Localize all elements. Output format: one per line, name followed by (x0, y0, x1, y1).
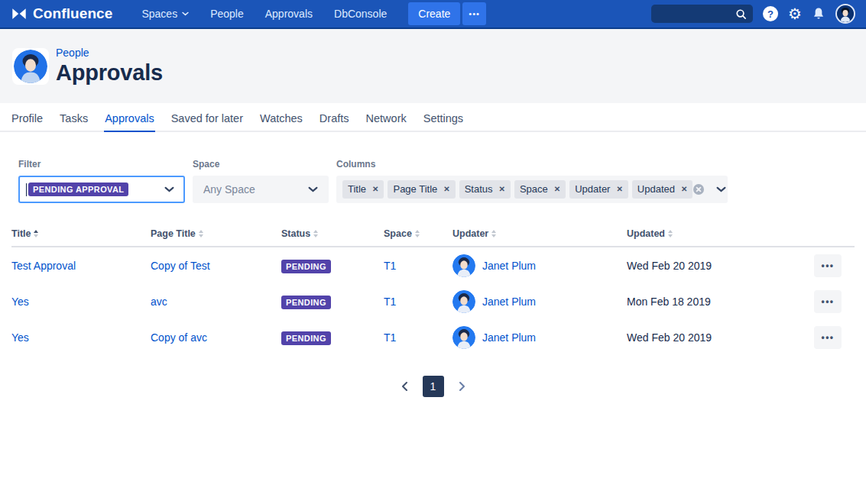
help-button[interactable]: ? (763, 6, 778, 21)
updated-date: Mon Feb 18 2019 (627, 296, 793, 308)
space-link[interactable]: T1 (384, 260, 396, 272)
columns-select-controls (692, 183, 726, 195)
column-tag[interactable]: Status ✕ (459, 180, 511, 199)
gear-icon: ⚙ (788, 6, 802, 21)
nav-more-button[interactable]: ••• (462, 2, 486, 25)
updater-link[interactable]: Janet Plum (482, 296, 536, 308)
updater-avatar-image (452, 290, 475, 313)
column-tag[interactable]: Title ✕ (342, 180, 384, 199)
columns-label: Columns (336, 159, 728, 170)
column-header[interactable]: Status (281, 228, 384, 239)
approval-title-link[interactable]: Test Approval (11, 260, 76, 272)
status-lozenge: PENDING (281, 260, 331, 273)
table-row: Yes Copy of avc PENDING T1 (11, 319, 855, 355)
filter-bar: Filter PENDING APPROVAL Space Any Space … (11, 159, 855, 203)
nav-menu-item[interactable]: DbConsole (323, 2, 397, 25)
pagination-prev-button[interactable] (397, 378, 414, 395)
page-title-link[interactable]: Copy of avc (151, 331, 207, 344)
remove-tag-icon[interactable]: ✕ (554, 186, 560, 193)
nav-menu: Spaces People Approvals DbConsole (131, 2, 397, 25)
row-actions-button[interactable]: ••• (814, 254, 842, 277)
filter-select[interactable]: PENDING APPROVAL (18, 176, 185, 203)
pagination-next-button[interactable] (453, 378, 470, 395)
sort-icon (415, 230, 420, 237)
page-title-link[interactable]: avc (151, 296, 167, 308)
bell-icon (812, 7, 825, 21)
updater-link[interactable]: Janet Plum (482, 260, 536, 272)
profile-tabs: Profile Tasks Approvals Saved for later … (0, 108, 866, 132)
sort-icon (491, 230, 496, 237)
columns-multiselect[interactable]: Title ✕ Page Title ✕ Status ✕ (336, 176, 728, 203)
chevron-down-icon[interactable] (716, 186, 726, 192)
space-label: Space (193, 159, 329, 170)
profile-tab[interactable]: Approvals (96, 108, 162, 131)
remove-tag-icon[interactable]: ✕ (681, 186, 687, 193)
settings-button[interactable]: ⚙ (788, 6, 802, 21)
profile-tab[interactable]: Network (358, 108, 415, 131)
main-content: Filter PENDING APPROVAL Space Any Space … (0, 159, 866, 397)
updated-date: Wed Feb 20 2019 (627, 260, 793, 272)
filter-group-filter: Filter PENDING APPROVAL (18, 159, 185, 203)
space-link[interactable]: T1 (384, 331, 396, 344)
header-text: People Approvals (56, 47, 163, 86)
column-tag[interactable]: Updater ✕ (569, 180, 628, 199)
notifications-button[interactable] (812, 7, 825, 21)
sort-icon (199, 230, 203, 237)
row-actions-button[interactable]: ••• (814, 290, 842, 313)
space-link[interactable]: T1 (384, 296, 396, 308)
updater-avatar[interactable] (452, 254, 475, 277)
column-header[interactable]: Updated (627, 228, 793, 239)
confluence-app: Confluence Spaces People Approvals (0, 0, 866, 397)
profile-tab[interactable]: Saved for later (163, 108, 251, 131)
profile-tab[interactable]: Watches (251, 108, 311, 131)
chevron-down-icon (308, 186, 318, 192)
confluence-home-link[interactable]: Confluence (11, 5, 112, 22)
clear-all-icon[interactable] (692, 183, 705, 195)
table-row: Test Approval Copy of Test PENDING T1 (11, 247, 855, 283)
remove-tag-icon[interactable]: ✕ (443, 186, 449, 193)
updater-avatar-image (452, 326, 475, 349)
profile-tab[interactable]: Drafts (311, 108, 358, 131)
column-tag[interactable]: Updated ✕ (632, 180, 693, 199)
column-tag[interactable]: Page Title ✕ (388, 180, 455, 199)
row-actions-button[interactable]: ••• (814, 326, 842, 349)
column-header[interactable]: Title (11, 228, 151, 239)
search-icon (735, 8, 747, 20)
people-avatar[interactable] (12, 48, 49, 85)
approval-title-link[interactable]: Yes (11, 296, 29, 308)
column-tag[interactable]: Space ✕ (514, 180, 566, 199)
profile-tab[interactable]: Profile (3, 108, 51, 131)
updater-avatar[interactable] (452, 290, 475, 313)
updated-date: Wed Feb 20 2019 (627, 331, 793, 344)
space-select-value: Any Space (203, 183, 255, 195)
page-title: Approvals (56, 60, 163, 86)
updater-avatar[interactable] (452, 326, 475, 349)
table-body: Test Approval Copy of Test PENDING T1 (11, 247, 855, 355)
updater-avatar-image (452, 254, 475, 277)
column-header[interactable]: Space (384, 228, 452, 239)
nav-menu-item[interactable]: People (199, 2, 255, 25)
remove-tag-icon[interactable]: ✕ (616, 186, 622, 193)
nav-menu-item[interactable]: Approvals (255, 2, 323, 25)
user-avatar[interactable] (835, 4, 855, 24)
page-title-link[interactable]: Copy of Test (151, 260, 210, 272)
profile-tab[interactable]: Settings (415, 108, 472, 131)
chevron-down-icon (182, 11, 189, 16)
search-input[interactable] (657, 8, 735, 21)
column-header[interactable]: Page Title (151, 228, 281, 239)
people-avatar-image (14, 50, 47, 83)
column-header[interactable]: Updater (452, 228, 627, 239)
pagination: 1 (11, 376, 855, 397)
nav-menu-item[interactable]: Spaces (131, 2, 199, 25)
search-box[interactable] (651, 5, 753, 23)
remove-tag-icon[interactable]: ✕ (499, 186, 505, 193)
create-button[interactable]: Create (408, 2, 460, 25)
remove-tag-icon[interactable]: ✕ (372, 186, 378, 193)
pagination-current-page[interactable]: 1 (423, 376, 444, 397)
status-lozenge: PENDING (281, 331, 331, 345)
updater-link[interactable]: Janet Plum (482, 331, 536, 344)
approval-title-link[interactable]: Yes (11, 331, 29, 344)
profile-tab[interactable]: Tasks (51, 108, 96, 131)
space-select[interactable]: Any Space (193, 176, 329, 203)
breadcrumb-people-link[interactable]: People (56, 47, 163, 59)
